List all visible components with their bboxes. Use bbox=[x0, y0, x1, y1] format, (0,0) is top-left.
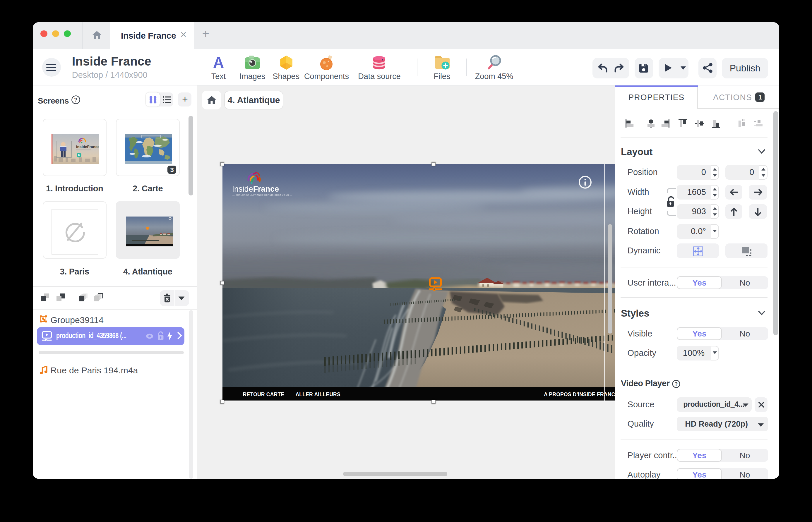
svg-text:InsideFrance: InsideFrance bbox=[232, 185, 279, 194]
svg-text:A PROPOS D'INSIDE FRANCE: A PROPOS D'INSIDE FRANCE bbox=[544, 392, 615, 397]
svg-text:ALLER AILLEURS: ALLER AILLEURS bbox=[295, 392, 340, 397]
svg-text:?: ? bbox=[74, 97, 78, 103]
svg-text:InsideFrance: InsideFrance bbox=[76, 144, 99, 149]
svg-text:— EXPLOREZ LA FRANCE DEPUIS CH: — EXPLOREZ LA FRANCE DEPUIS CHEZ VOUS — bbox=[233, 194, 292, 196]
svg-text:RETOUR CARTE: RETOUR CARTE bbox=[243, 392, 284, 397]
svg-text:?: ? bbox=[675, 381, 678, 386]
